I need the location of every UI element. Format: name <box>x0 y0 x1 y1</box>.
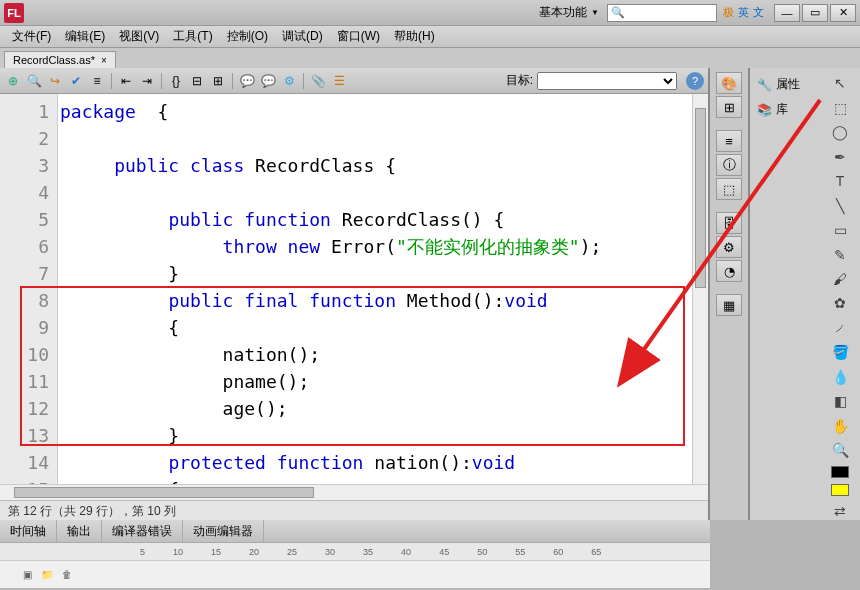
goto-icon[interactable]: ↪ <box>46 72 64 90</box>
subselect-tool-icon[interactable]: ⬚ <box>829 98 851 116</box>
search-input[interactable]: 🔍 <box>607 4 717 22</box>
vertical-scrollbar[interactable] <box>692 94 708 484</box>
bottom-tab[interactable]: 输出 <box>57 520 102 543</box>
expand-icon[interactable]: ⊞ <box>209 72 227 90</box>
bottom-tab[interactable]: 编译器错误 <box>102 520 183 543</box>
project-icon[interactable]: ▦ <box>716 294 742 316</box>
target-dropdown[interactable] <box>537 72 677 90</box>
check-icon[interactable]: ✔ <box>67 72 85 90</box>
line-tool-icon[interactable]: ╲ <box>829 196 851 214</box>
editor-toolbar: ⊕ 🔍 ↪ ✔ ≡ ⇤ ⇥ {} ⊟ ⊞ 💬 💬 ⚙ 📎 ☰ 目标: ? <box>0 68 708 94</box>
properties-panel: 🔧 属性 📚 库 <box>750 68 820 520</box>
bucket-tool-icon[interactable]: 🪣 <box>829 343 851 361</box>
horizontal-scrollbar[interactable] <box>0 484 708 500</box>
bone-tool-icon[interactable]: ⟋ <box>829 319 851 337</box>
fill-color[interactable] <box>831 484 849 496</box>
timeline-ruler: 5101520253035404550556065 <box>0 542 710 560</box>
menu-item[interactable]: 调试(D) <box>276 26 329 47</box>
library-tab[interactable]: 📚 库 <box>750 97 820 122</box>
titlebar: FL 基本功能▼ 🔍 极 英 文 — ▭ ✕ <box>0 0 860 26</box>
properties-icon: 🔧 <box>756 78 772 92</box>
info-icon[interactable]: ⓘ <box>716 154 742 176</box>
dock-column: 🎨 ⊞ ≡ ⓘ ⬚ 🗄 ⚙ ◔ ▦ <box>710 68 750 520</box>
menu-item[interactable]: 工具(T) <box>167 26 218 47</box>
close-button[interactable]: ✕ <box>830 4 856 22</box>
indent-left-icon[interactable]: ⇤ <box>117 72 135 90</box>
debug-icon[interactable]: ⚙ <box>280 72 298 90</box>
zoom-tool-icon[interactable]: 🔍 <box>829 441 851 459</box>
swatches-icon[interactable]: 🎨 <box>716 72 742 94</box>
search-icon: 🔍 <box>611 6 625 19</box>
bottom-tab[interactable]: 时间轴 <box>0 520 57 543</box>
layer-icon[interactable]: ▣ <box>20 568 34 582</box>
components-icon[interactable]: ⚙ <box>716 236 742 258</box>
motion-icon[interactable]: ◔ <box>716 260 742 282</box>
add-icon[interactable]: ⊕ <box>4 72 22 90</box>
menu-item[interactable]: 文件(F) <box>6 26 57 47</box>
align-icon[interactable]: ⊞ <box>716 96 742 118</box>
timeline-track[interactable]: ▣ 📁 🗑 <box>0 560 710 588</box>
menu-item[interactable]: 窗口(W) <box>331 26 386 47</box>
tab-close-icon[interactable]: × <box>101 55 107 66</box>
file-tab[interactable]: RecordClass.as* × <box>4 51 116 68</box>
minimize-button[interactable]: — <box>774 4 800 22</box>
align2-icon[interactable]: ≡ <box>716 130 742 152</box>
transform-icon[interactable]: ⬚ <box>716 178 742 200</box>
eraser-tool-icon[interactable]: ◧ <box>829 392 851 410</box>
code-area[interactable]: 123456789101112131415 package { public c… <box>0 94 708 484</box>
maximize-button[interactable]: ▭ <box>802 4 828 22</box>
library-books-icon: 📚 <box>756 103 772 117</box>
indent-right-icon[interactable]: ⇥ <box>138 72 156 90</box>
eyedrop-tool-icon[interactable]: 💧 <box>829 368 851 386</box>
pin-icon[interactable]: 📎 <box>309 72 327 90</box>
format-icon[interactable]: ≡ <box>88 72 106 90</box>
ime-indicator[interactable]: 极 英 文 <box>723 5 764 20</box>
deco-tool-icon[interactable]: ✿ <box>829 294 851 312</box>
uncomment-icon[interactable]: 💬 <box>259 72 277 90</box>
comment-icon[interactable]: 💬 <box>238 72 256 90</box>
help-icon[interactable]: ? <box>686 72 704 90</box>
text-tool-icon[interactable]: T <box>829 172 851 190</box>
editor-panel: ⊕ 🔍 ↪ ✔ ≡ ⇤ ⇥ {} ⊟ ⊞ 💬 💬 ⚙ 📎 ☰ 目标: ? <box>0 68 710 520</box>
lasso-tool-icon[interactable]: ◯ <box>829 123 851 141</box>
swap-color-icon[interactable]: ⇄ <box>829 502 851 520</box>
pen-tool-icon[interactable]: ✒ <box>829 147 851 165</box>
status-bar: 第 12 行（共 29 行），第 10 列 <box>0 500 708 520</box>
hand-tool-icon[interactable]: ✋ <box>829 417 851 435</box>
tools-panel: ↖ ⬚ ◯ ✒ T ╲ ▭ ✎ 🖌 ✿ ⟋ 🪣 💧 ◧ ✋ 🔍 ⇄ <box>820 68 860 520</box>
folder-icon[interactable]: 📁 <box>40 568 54 582</box>
menu-item[interactable]: 视图(V) <box>113 26 165 47</box>
workspace-dropdown[interactable]: 基本功能▼ <box>539 4 599 21</box>
bottom-tabs: 时间轴输出编译器错误动画编辑器 <box>0 520 710 542</box>
pencil-tool-icon[interactable]: ✎ <box>829 245 851 263</box>
bottom-tab[interactable]: 动画编辑器 <box>183 520 264 543</box>
document-tabbar: RecordClass.as* × <box>0 48 860 68</box>
target-label: 目标: <box>506 72 533 89</box>
properties-tab[interactable]: 🔧 属性 <box>750 72 820 97</box>
selection-tool-icon[interactable]: ↖ <box>829 74 851 92</box>
rect-tool-icon[interactable]: ▭ <box>829 221 851 239</box>
library-icon[interactable]: 🗄 <box>716 212 742 234</box>
menu-item[interactable]: 编辑(E) <box>59 26 111 47</box>
find-icon[interactable]: 🔍 <box>25 72 43 90</box>
menu-item[interactable]: 控制(O) <box>221 26 274 47</box>
trash-icon[interactable]: 🗑 <box>60 568 74 582</box>
menu-item[interactable]: 帮助(H) <box>388 26 441 47</box>
brace-icon[interactable]: {} <box>167 72 185 90</box>
line-gutter: 123456789101112131415 <box>0 94 58 484</box>
menubar: 文件(F)编辑(E)视图(V)工具(T)控制(O)调试(D)窗口(W)帮助(H) <box>0 26 860 48</box>
collapse-icon[interactable]: ⊟ <box>188 72 206 90</box>
options-icon[interactable]: ☰ <box>330 72 348 90</box>
stroke-color[interactable] <box>831 466 849 478</box>
brush-tool-icon[interactable]: 🖌 <box>829 270 851 288</box>
app-icon: FL <box>4 3 24 23</box>
code-text[interactable]: package { public class RecordClass { pub… <box>58 94 708 484</box>
